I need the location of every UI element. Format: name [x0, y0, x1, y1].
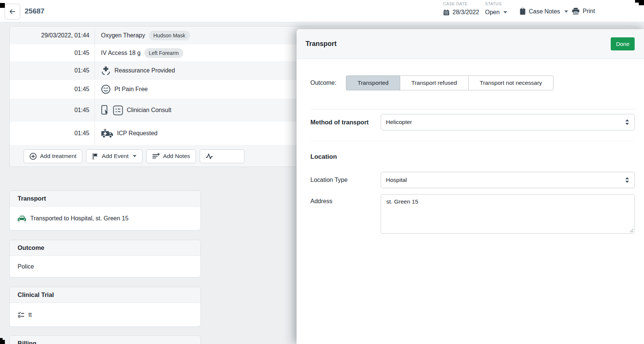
divider — [310, 109, 635, 109]
case-notes-label: Case Notes — [529, 8, 560, 15]
add-notes-label: Add Notes — [163, 153, 190, 159]
smiley-icon — [101, 84, 111, 94]
panel-header: Transport Done — [297, 29, 644, 59]
car-icon — [18, 215, 26, 222]
phone-icon — [101, 105, 109, 115]
clipboard-icon — [520, 8, 525, 15]
screenshot-corner-artifact — [0, 340, 5, 344]
segment-transported[interactable]: Transported — [346, 75, 400, 90]
notes-plus-icon — [152, 153, 160, 159]
row-title: Oxygen Therapy — [101, 32, 145, 39]
done-button[interactable]: Done — [611, 37, 635, 50]
address-field-row: Address st. Green 15 — [310, 194, 635, 234]
panel-title: Transport — [306, 40, 337, 48]
row-badge: Hudson Mask — [149, 31, 190, 40]
row-title: IV Access 18 g — [101, 50, 141, 56]
add-event-button[interactable]: Add Event — [86, 149, 142, 163]
printer-icon — [572, 8, 579, 15]
row-title: ICP Requested — [117, 130, 157, 137]
transport-editor-panel: Transport Done Outcome: Transported Tran… — [297, 29, 644, 344]
row-time: 01:45 — [10, 44, 95, 61]
outcome-segmented-control: Transported Transport refused Transport … — [346, 75, 553, 90]
method-field-row: Method of transport Helicopter — [310, 114, 635, 130]
location-type-select[interactable]: Hospital — [381, 172, 635, 188]
circle-plus-icon — [30, 153, 37, 160]
add-notes-button[interactable]: Add Notes — [146, 149, 196, 163]
clinical-trial-text: tt — [28, 312, 32, 318]
print-button[interactable]: Print — [572, 8, 595, 15]
row-time: 01:45 — [10, 80, 95, 99]
row-time: 01:45 — [10, 99, 95, 122]
divider — [310, 141, 635, 141]
row-title: Clinician Consult — [127, 107, 171, 114]
add-event-label: Add Event — [102, 153, 129, 159]
transport-summary-row[interactable]: Transported to Hospital, st. Green 15 — [10, 207, 200, 230]
add-treatment-label: Add treatment — [40, 153, 76, 159]
case-date-label: CASE DATE — [443, 1, 479, 7]
form-icon — [113, 105, 123, 115]
billing-card: Billing — [9, 335, 201, 344]
location-section-heading: Location — [310, 153, 635, 161]
case-date-value[interactable]: 28/3/2022 — [443, 8, 479, 17]
case-notes-dropdown[interactable]: Case Notes — [520, 8, 568, 15]
method-select-value: Helicopter — [386, 119, 412, 125]
checklist-icon — [18, 312, 24, 318]
card-title: Outcome — [10, 240, 200, 256]
chevron-down-icon — [503, 11, 507, 13]
card-title: Billing — [10, 336, 200, 344]
row-title: Reassurance Provided — [114, 67, 175, 74]
address-label: Address — [310, 194, 381, 205]
panel-body: Outcome: Transported Transport refused T… — [297, 75, 644, 234]
method-field-label: Method of transport — [310, 119, 381, 126]
add-vitals-button[interactable] — [200, 149, 245, 163]
status-value: Open — [485, 9, 500, 16]
status-group: STATUS Open — [485, 1, 507, 17]
clinical-trial-row[interactable]: tt — [10, 303, 200, 327]
back-arrow-icon — [9, 8, 16, 15]
row-title: Pt Pain Free — [114, 86, 148, 93]
add-treatment-button[interactable]: Add treatment — [24, 149, 82, 163]
card-title: Clinical Trial — [10, 287, 200, 303]
back-button[interactable] — [4, 4, 20, 19]
pulse-icon — [206, 153, 213, 159]
case-date-group: CASE DATE 28/3/2022 — [443, 1, 479, 17]
status-dropdown[interactable]: Open — [485, 8, 507, 17]
updown-stepper-icon — [625, 119, 629, 125]
location-type-value: Hospital — [386, 177, 407, 183]
clinical-trial-card: Clinical Trial tt — [9, 287, 201, 327]
row-time: 01:45 — [10, 61, 95, 80]
row-time: 29/03/2022, 01:44 — [10, 27, 95, 44]
calendar-icon — [443, 9, 450, 16]
updown-stepper-icon — [625, 177, 629, 183]
care-icon — [101, 66, 111, 75]
chevron-down-icon — [564, 10, 568, 13]
case-date-text: 28/3/2022 — [453, 9, 479, 16]
transport-summary-card: Transport Transported to Hospital, st. G… — [9, 190, 201, 230]
status-label: STATUS — [485, 1, 507, 7]
address-textarea[interactable]: st. Green 15 — [381, 194, 635, 234]
screenshot-corner-artifact — [639, 0, 644, 5]
outcome-summary-card: Outcome Police — [9, 240, 201, 278]
row-badge: Left Forearm — [144, 48, 183, 58]
method-select[interactable]: Helicopter — [381, 114, 635, 130]
location-type-field-row: Location Type Hospital — [310, 172, 635, 188]
flag-icon — [92, 153, 98, 160]
row-time: 01:45 — [10, 122, 95, 145]
ambulance-icon — [101, 128, 113, 139]
segment-transport-refused[interactable]: Transport refused — [400, 75, 469, 90]
outcome-field-label: Outcome: — [310, 80, 346, 86]
transport-summary-text: Transported to Hospital, st. Green 15 — [30, 215, 129, 222]
case-number: 25687 — [25, 7, 45, 15]
outcome-field-row: Outcome: Transported Transport refused T… — [310, 75, 635, 90]
location-type-label: Location Type — [310, 177, 381, 183]
resize-grip-icon — [629, 229, 634, 233]
outcome-summary-row[interactable]: Police — [10, 256, 200, 278]
screenshot-corner-artifact — [0, 3, 5, 8]
print-label: Print — [583, 8, 595, 15]
top-header: 25687 CASE DATE 28/3/2022 STATUS Open Ca… — [0, 0, 644, 22]
card-title: Transport — [10, 191, 200, 207]
segment-transport-not-necessary[interactable]: Transport not necessary — [468, 75, 554, 90]
outcome-summary-text: Police — [18, 263, 34, 270]
chevron-down-icon — [133, 155, 137, 157]
